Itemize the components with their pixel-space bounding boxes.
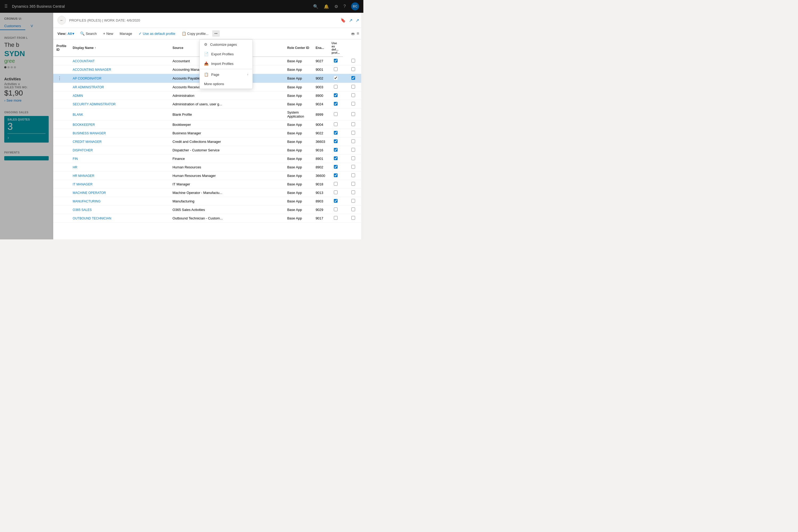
table-row[interactable]: ADMINAdministrationBase App8900 — [53, 92, 363, 100]
search-button[interactable]: 🔍 Search — [77, 30, 99, 37]
main-layout: CRONUS U: Customers V INSIGHT FROM L The… — [0, 13, 363, 240]
dropdown-more-options[interactable]: More options — [200, 79, 252, 89]
use-as-default-checkbox[interactable] — [352, 93, 355, 97]
view-dropdown[interactable]: All ▾ — [68, 32, 75, 36]
profile-id-link[interactable]: BOOKKEEPER — [73, 123, 95, 127]
table-row[interactable]: MANUFACTURINGManufacturingBase App8903 — [53, 197, 363, 206]
enabled-checkbox[interactable] — [334, 67, 338, 71]
enabled-checkbox[interactable] — [334, 182, 338, 186]
profile-id-link[interactable]: ACCOUNTANT — [73, 59, 94, 63]
display-name-cell: Machine Operator - Manufactu... — [169, 189, 284, 197]
use-as-default-checkbox[interactable] — [352, 112, 355, 116]
profile-id-link[interactable]: IT MANAGER — [73, 183, 92, 186]
table-row[interactable]: CREDIT MANAGERCredit and Collections Man… — [53, 137, 363, 146]
more-button[interactable]: ··· — [212, 30, 220, 37]
use-as-default-checkbox[interactable] — [352, 85, 355, 89]
table-row[interactable]: DISPATCHERDispatcher - Customer ServiceB… — [53, 146, 363, 155]
use-as-default-checkbox[interactable] — [352, 122, 355, 126]
list-view-icon[interactable]: ≡ — [357, 31, 359, 36]
default-profile-button[interactable]: ✓ Use as default profile — [136, 30, 178, 37]
use-as-default-checkbox[interactable] — [352, 199, 355, 203]
table-row[interactable]: OUTBOUND TECHNICIANOutbound Technician -… — [53, 214, 363, 223]
back-button[interactable]: ← — [57, 16, 66, 24]
use-as-default-checkbox[interactable] — [352, 190, 355, 194]
enabled-checkbox[interactable] — [334, 148, 338, 152]
enabled-checkbox[interactable] — [334, 85, 338, 89]
table-row[interactable]: FINFinanceBase App8901 — [53, 155, 363, 163]
enabled-cell — [328, 83, 343, 92]
enabled-checkbox[interactable] — [334, 199, 338, 203]
profile-id-link[interactable]: O365 SALES — [73, 208, 92, 212]
use-as-default-checkbox[interactable] — [352, 131, 355, 135]
expand-icon[interactable]: ↗ — [356, 18, 359, 23]
profile-id-cell: BOOKKEEPER — [70, 120, 169, 129]
table-row[interactable]: MACHINE OPERATORMachine Operator - Manuf… — [53, 189, 363, 197]
col-display-name[interactable]: Display Name ↑ — [70, 39, 169, 57]
copy-profile-button[interactable]: 📋 Copy profile... — [179, 30, 211, 37]
source-cell: Base App — [284, 65, 312, 74]
new-button[interactable]: + New — [100, 30, 116, 37]
profile-id-link[interactable]: AR ADMINISTRATOR — [73, 86, 104, 89]
profile-id-link[interactable]: AP COORDINATOR — [73, 77, 101, 80]
use-as-default-checkbox[interactable] — [352, 182, 355, 186]
profile-id-link[interactable]: ADMIN — [73, 94, 83, 98]
dropdown-import-profiles[interactable]: 📥 Import Profiles — [200, 59, 252, 68]
enabled-checkbox[interactable] — [334, 122, 338, 126]
filter-icon[interactable]: ⛂ — [351, 31, 355, 36]
use-as-default-checkbox[interactable] — [352, 76, 355, 80]
external-link-icon[interactable]: ↗ — [349, 18, 353, 23]
table-row[interactable]: BOOKKEEPERBookkeeperBase App9004 — [53, 120, 363, 129]
enabled-checkbox[interactable] — [334, 173, 338, 177]
use-as-default-checkbox[interactable] — [352, 156, 355, 160]
use-as-default-cell — [343, 109, 363, 120]
col-profile-id[interactable]: Profile ID — [53, 39, 70, 57]
profile-id-link[interactable]: HR MANAGER — [73, 174, 94, 178]
profile-id-link[interactable]: HR — [73, 166, 77, 169]
table-row[interactable]: HR MANAGERHuman Resources ManagerBase Ap… — [53, 172, 363, 180]
use-as-default-checkbox[interactable] — [352, 165, 355, 169]
table-row[interactable]: BLANKBlank ProfileSystem Application8999 — [53, 109, 363, 120]
profile-id-link[interactable]: FIN — [73, 157, 78, 161]
use-as-default-checkbox[interactable] — [352, 59, 355, 62]
profile-id-link[interactable]: BLANK — [73, 113, 83, 116]
enabled-checkbox[interactable] — [334, 165, 338, 169]
use-as-default-checkbox[interactable] — [352, 67, 355, 71]
use-as-default-checkbox[interactable] — [352, 139, 355, 143]
bookmark-icon[interactable]: 🔖 — [341, 18, 346, 23]
profile-id-link[interactable]: DISPATCHER — [73, 148, 93, 152]
enabled-checkbox[interactable] — [334, 139, 338, 143]
table-row[interactable]: IT MANAGERIT ManagerBase App9018 — [53, 180, 363, 189]
profile-id-link[interactable]: OUTBOUND TECHNICIAN — [73, 216, 111, 220]
enabled-checkbox[interactable] — [334, 102, 338, 106]
enabled-checkbox[interactable] — [334, 208, 338, 211]
table-row[interactable]: BUSINESS MANAGERBusiness ManagerBase App… — [53, 129, 363, 137]
row-menu-button[interactable]: ⋮ — [56, 76, 63, 81]
profile-id-link[interactable]: CREDIT MANAGER — [73, 140, 101, 144]
profile-id-link[interactable]: BUSINESS MANAGER — [73, 131, 106, 135]
dropdown-page[interactable]: 📋 Page › — [200, 70, 252, 79]
profile-id-link[interactable]: MACHINE OPERATOR — [73, 191, 106, 195]
dropdown-customize-pages[interactable]: ⚙ Customize pages — [200, 40, 252, 49]
use-as-default-checkbox[interactable] — [352, 173, 355, 177]
profile-id-link[interactable]: ACCOUNTING MANAGER — [73, 68, 111, 72]
profile-id-cell: OUTBOUND TECHNICIAN — [70, 214, 169, 223]
use-as-default-checkbox[interactable] — [352, 216, 355, 220]
use-as-default-checkbox[interactable] — [352, 148, 355, 152]
enabled-checkbox[interactable] — [334, 131, 338, 135]
use-as-default-checkbox[interactable] — [352, 208, 355, 211]
manage-button[interactable]: Manage — [117, 30, 135, 37]
profile-id-link[interactable]: MANUFACTURING — [73, 200, 100, 203]
enabled-checkbox[interactable] — [334, 93, 338, 97]
use-as-default-checkbox[interactable] — [352, 102, 355, 106]
table-row[interactable]: SECURITY ADMINISTRATORAdministration of … — [53, 100, 363, 109]
enabled-checkbox[interactable] — [334, 190, 338, 194]
dropdown-export-profiles[interactable]: 📄 Export Profiles — [200, 49, 252, 59]
table-row[interactable]: HRHuman ResourcesBase App8902 — [53, 163, 363, 172]
enabled-checkbox[interactable] — [334, 76, 338, 80]
enabled-checkbox[interactable] — [334, 59, 338, 62]
table-row[interactable]: O365 SALESO365 Sales ActivitiesBase App9… — [53, 206, 363, 214]
enabled-checkbox[interactable] — [334, 216, 338, 220]
profile-id-link[interactable]: SECURITY ADMINISTRATOR — [73, 102, 115, 106]
enabled-checkbox[interactable] — [334, 112, 338, 116]
enabled-checkbox[interactable] — [334, 156, 338, 160]
